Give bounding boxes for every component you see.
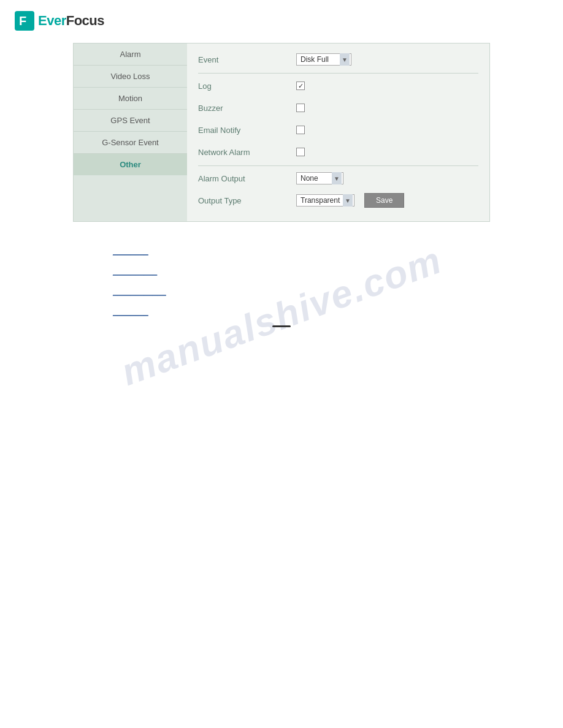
sidebar-item-alarm[interactable]: Alarm (74, 44, 187, 66)
logo-ever: Ever (38, 13, 66, 28)
save-button[interactable]: Save (364, 193, 404, 208)
divider-2 (198, 165, 478, 166)
buzzer-control (296, 104, 305, 112)
email-notify-row: Email Notify (198, 121, 478, 138)
alarm-output-select[interactable]: None Output 1 Output 2 (296, 172, 343, 184)
email-notify-control (296, 126, 305, 134)
event-select-wrapper: Disk Full Power On Video Loss Alarm ▼ (296, 53, 351, 66)
bottom-link-3[interactable]: ____________ (113, 287, 166, 296)
email-notify-label: Email Notify (198, 126, 296, 135)
content-area: Event Disk Full Power On Video Loss Alar… (187, 44, 489, 221)
bottom-link-2[interactable]: __________ (113, 267, 157, 276)
main-container: Alarm Video Loss Motion GPS Event G-Sens… (0, 37, 563, 339)
output-type-label: Output Type (198, 196, 296, 205)
bottom-bar (272, 325, 291, 327)
sidebar-item-g-sensor-event[interactable]: G-Sensor Event (74, 132, 187, 154)
svg-text:F: F (19, 14, 26, 28)
logo-focus: Focus (66, 13, 104, 28)
panel: Alarm Video Loss Motion GPS Event G-Sens… (73, 43, 490, 222)
bottom-link-1[interactable]: ________ (113, 246, 148, 256)
network-alarm-control (296, 148, 305, 156)
sidebar: Alarm Video Loss Motion GPS Event G-Sens… (74, 44, 187, 221)
alarm-output-control: None Output 1 Output 2 ▼ (296, 172, 343, 184)
output-type-select[interactable]: Transparent Latched Momentary (296, 194, 354, 207)
log-row: Log (198, 77, 478, 94)
sidebar-item-other[interactable]: Other (74, 154, 187, 175)
divider-1 (198, 73, 478, 74)
event-select[interactable]: Disk Full Power On Video Loss Alarm (296, 53, 351, 66)
output-type-select-wrapper: Transparent Latched Momentary ▼ (296, 194, 354, 207)
network-alarm-checkbox[interactable] (296, 148, 305, 156)
network-alarm-label: Network Alarm (198, 148, 296, 157)
header: F EverFocus (0, 0, 563, 37)
logo-text: EverFocus (38, 13, 104, 29)
alarm-output-label: Alarm Output (198, 174, 296, 183)
logo-icon: F (15, 11, 34, 31)
bottom-link-4[interactable]: ________ (113, 307, 148, 316)
log-control (296, 82, 305, 90)
email-notify-checkbox[interactable] (296, 126, 305, 134)
network-alarm-row: Network Alarm (198, 143, 478, 161)
sidebar-item-motion[interactable]: Motion (74, 88, 187, 110)
alarm-output-select-wrapper: None Output 1 Output 2 ▼ (296, 172, 343, 184)
event-control: Disk Full Power On Video Loss Alarm ▼ (296, 53, 351, 66)
output-type-row: Output Type Transparent Latched Momentar… (198, 192, 478, 209)
log-checkbox[interactable] (296, 82, 305, 90)
buzzer-row: Buzzer (198, 99, 478, 116)
event-row: Event Disk Full Power On Video Loss Alar… (198, 51, 478, 68)
output-type-control: Transparent Latched Momentary ▼ Save (296, 193, 404, 208)
buzzer-label: Buzzer (198, 104, 296, 113)
bottom-links: ________ __________ ____________ _______… (15, 246, 548, 316)
sidebar-item-gps-event[interactable]: GPS Event (74, 110, 187, 132)
logo: F EverFocus (15, 11, 104, 31)
event-label: Event (198, 55, 296, 64)
sidebar-item-video-loss[interactable]: Video Loss (74, 66, 187, 88)
alarm-output-row: Alarm Output None Output 1 Output 2 ▼ (198, 170, 478, 187)
buzzer-checkbox[interactable] (296, 104, 305, 112)
log-label: Log (198, 82, 296, 91)
